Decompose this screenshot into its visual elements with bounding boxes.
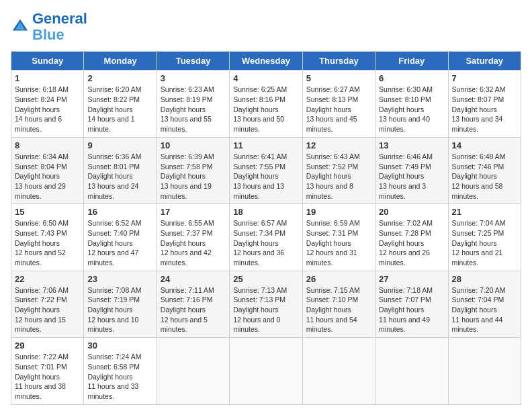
weekday-header-tuesday: Tuesday: [157, 52, 229, 71]
day-info: Sunrise: 6:20 AM Sunset: 8:22 PM Dayligh…: [87, 85, 152, 134]
day-number: 25: [233, 274, 298, 284]
weekday-header-saturday: Saturday: [448, 52, 521, 71]
calendar-cell: 22 Sunrise: 7:06 AM Sunset: 7:22 PM Dayl…: [11, 271, 84, 337]
calendar-cell: 4 Sunrise: 6:25 AM Sunset: 8:16 PM Dayli…: [230, 71, 302, 137]
calendar-cell: 6 Sunrise: 6:30 AM Sunset: 8:10 PM Dayli…: [375, 71, 448, 137]
calendar-cell: 21 Sunrise: 7:04 AM Sunset: 7:25 PM Dayl…: [448, 204, 521, 271]
day-number: 20: [379, 207, 444, 217]
day-info: Sunrise: 7:18 AM Sunset: 7:07 PM Dayligh…: [379, 285, 444, 334]
day-info: Sunrise: 7:06 AM Sunset: 7:22 PM Dayligh…: [15, 285, 80, 334]
weekday-header-thursday: Thursday: [302, 52, 375, 71]
calendar-cell: 2 Sunrise: 6:20 AM Sunset: 8:22 PM Dayli…: [84, 71, 157, 137]
day-number: 8: [15, 140, 80, 150]
day-info: Sunrise: 6:27 AM Sunset: 8:13 PM Dayligh…: [306, 85, 371, 134]
day-number: 1: [15, 73, 80, 83]
calendar-cell: 19 Sunrise: 6:59 AM Sunset: 7:31 PM Dayl…: [302, 204, 375, 271]
weekday-header-friday: Friday: [375, 52, 448, 71]
calendar-cell: 23 Sunrise: 7:08 AM Sunset: 7:19 PM Dayl…: [84, 271, 157, 337]
logo-text: GeneralBlue: [32, 11, 87, 43]
day-info: Sunrise: 6:39 AM Sunset: 7:58 PM Dayligh…: [161, 152, 226, 201]
calendar-cell: 25 Sunrise: 7:13 AM Sunset: 7:13 PM Dayl…: [230, 271, 302, 337]
weekday-header-sunday: Sunday: [11, 52, 84, 71]
day-info: Sunrise: 7:24 AM Sunset: 6:58 PM Dayligh…: [87, 352, 152, 401]
day-info: Sunrise: 7:22 AM Sunset: 7:01 PM Dayligh…: [15, 352, 80, 401]
day-number: 16: [87, 207, 152, 217]
calendar-cell: 12 Sunrise: 6:43 AM Sunset: 7:52 PM Dayl…: [302, 137, 375, 203]
calendar-cell: 28 Sunrise: 7:20 AM Sunset: 7:04 PM Dayl…: [448, 271, 521, 337]
day-number: 12: [306, 140, 371, 150]
day-number: 27: [379, 274, 444, 284]
logo: GeneralBlue: [11, 11, 87, 43]
calendar-table: SundayMondayTuesdayWednesdayThursdayFrid…: [11, 51, 521, 404]
calendar-cell: 3 Sunrise: 6:23 AM Sunset: 8:19 PM Dayli…: [157, 71, 229, 137]
calendar-cell: [375, 338, 448, 404]
logo-icon: [11, 17, 30, 36]
calendar-cell: 8 Sunrise: 6:34 AM Sunset: 8:04 PM Dayli…: [11, 137, 84, 203]
day-number: 17: [161, 207, 226, 217]
day-info: Sunrise: 6:32 AM Sunset: 8:07 PM Dayligh…: [452, 85, 517, 134]
calendar-cell: [448, 338, 521, 404]
day-number: 29: [15, 340, 80, 351]
calendar-cell: 15 Sunrise: 6:50 AM Sunset: 7:43 PM Dayl…: [11, 204, 84, 271]
calendar-cell: 17 Sunrise: 6:55 AM Sunset: 7:37 PM Dayl…: [157, 204, 229, 271]
page-header: GeneralBlue: [11, 11, 521, 43]
day-number: 18: [233, 207, 298, 217]
day-number: 15: [15, 207, 80, 217]
day-number: 13: [379, 140, 444, 150]
day-number: 28: [452, 274, 517, 284]
day-info: Sunrise: 6:41 AM Sunset: 7:55 PM Dayligh…: [233, 152, 298, 201]
day-number: 26: [306, 274, 371, 284]
day-number: 11: [233, 140, 298, 150]
calendar-cell: 18 Sunrise: 6:57 AM Sunset: 7:34 PM Dayl…: [230, 204, 302, 271]
day-number: 4: [233, 73, 298, 83]
calendar-cell: [157, 338, 229, 404]
day-number: 22: [15, 274, 80, 284]
day-info: Sunrise: 7:04 AM Sunset: 7:25 PM Dayligh…: [452, 218, 517, 267]
day-number: 14: [452, 140, 517, 150]
calendar-cell: [230, 338, 302, 404]
day-info: Sunrise: 6:57 AM Sunset: 7:34 PM Dayligh…: [233, 218, 298, 267]
day-info: Sunrise: 7:20 AM Sunset: 7:04 PM Dayligh…: [452, 285, 517, 334]
calendar-cell: 29 Sunrise: 7:22 AM Sunset: 7:01 PM Dayl…: [11, 338, 84, 404]
weekday-header-wednesday: Wednesday: [230, 52, 302, 71]
calendar-cell: 1 Sunrise: 6:18 AM Sunset: 8:24 PM Dayli…: [11, 71, 84, 137]
calendar-cell: 7 Sunrise: 6:32 AM Sunset: 8:07 PM Dayli…: [448, 71, 521, 137]
day-info: Sunrise: 7:02 AM Sunset: 7:28 PM Dayligh…: [379, 218, 444, 267]
day-info: Sunrise: 6:30 AM Sunset: 8:10 PM Dayligh…: [379, 85, 444, 134]
day-number: 23: [87, 274, 152, 284]
calendar-cell: 27 Sunrise: 7:18 AM Sunset: 7:07 PM Dayl…: [375, 271, 448, 337]
day-info: Sunrise: 6:23 AM Sunset: 8:19 PM Dayligh…: [161, 85, 226, 134]
calendar-cell: 14 Sunrise: 6:48 AM Sunset: 7:46 PM Dayl…: [448, 137, 521, 203]
day-number: 6: [379, 73, 444, 83]
day-info: Sunrise: 6:55 AM Sunset: 7:37 PM Dayligh…: [161, 218, 226, 267]
calendar-cell: 13 Sunrise: 6:46 AM Sunset: 7:49 PM Dayl…: [375, 137, 448, 203]
day-number: 5: [306, 73, 371, 83]
day-info: Sunrise: 6:50 AM Sunset: 7:43 PM Dayligh…: [15, 218, 80, 267]
day-info: Sunrise: 6:52 AM Sunset: 7:40 PM Dayligh…: [87, 218, 152, 267]
calendar-cell: 24 Sunrise: 7:11 AM Sunset: 7:16 PM Dayl…: [157, 271, 229, 337]
day-info: Sunrise: 6:43 AM Sunset: 7:52 PM Dayligh…: [306, 152, 371, 201]
day-info: Sunrise: 6:36 AM Sunset: 8:01 PM Dayligh…: [87, 152, 152, 201]
calendar-cell: 10 Sunrise: 6:39 AM Sunset: 7:58 PM Dayl…: [157, 137, 229, 203]
day-number: 24: [161, 274, 226, 284]
day-info: Sunrise: 6:18 AM Sunset: 8:24 PM Dayligh…: [15, 85, 80, 134]
calendar-cell: 9 Sunrise: 6:36 AM Sunset: 8:01 PM Dayli…: [84, 137, 157, 203]
day-info: Sunrise: 6:25 AM Sunset: 8:16 PM Dayligh…: [233, 85, 298, 134]
calendar-cell: 16 Sunrise: 6:52 AM Sunset: 7:40 PM Dayl…: [84, 204, 157, 271]
day-number: 9: [87, 140, 152, 150]
day-number: 19: [306, 207, 371, 217]
day-info: Sunrise: 6:59 AM Sunset: 7:31 PM Dayligh…: [306, 218, 371, 267]
day-info: Sunrise: 7:11 AM Sunset: 7:16 PM Dayligh…: [161, 285, 226, 334]
calendar-cell: 26 Sunrise: 7:15 AM Sunset: 7:10 PM Dayl…: [302, 271, 375, 337]
day-info: Sunrise: 6:46 AM Sunset: 7:49 PM Dayligh…: [379, 152, 444, 201]
day-info: Sunrise: 7:13 AM Sunset: 7:13 PM Dayligh…: [233, 285, 298, 334]
calendar-cell: 11 Sunrise: 6:41 AM Sunset: 7:55 PM Dayl…: [230, 137, 302, 203]
calendar-cell: [302, 338, 375, 404]
day-info: Sunrise: 7:15 AM Sunset: 7:10 PM Dayligh…: [306, 285, 371, 334]
day-number: 3: [161, 73, 226, 83]
day-info: Sunrise: 7:08 AM Sunset: 7:19 PM Dayligh…: [87, 285, 152, 334]
day-number: 30: [87, 340, 152, 351]
day-info: Sunrise: 6:48 AM Sunset: 7:46 PM Dayligh…: [452, 152, 517, 201]
weekday-header-monday: Monday: [84, 52, 157, 71]
calendar-cell: 20 Sunrise: 7:02 AM Sunset: 7:28 PM Dayl…: [375, 204, 448, 271]
